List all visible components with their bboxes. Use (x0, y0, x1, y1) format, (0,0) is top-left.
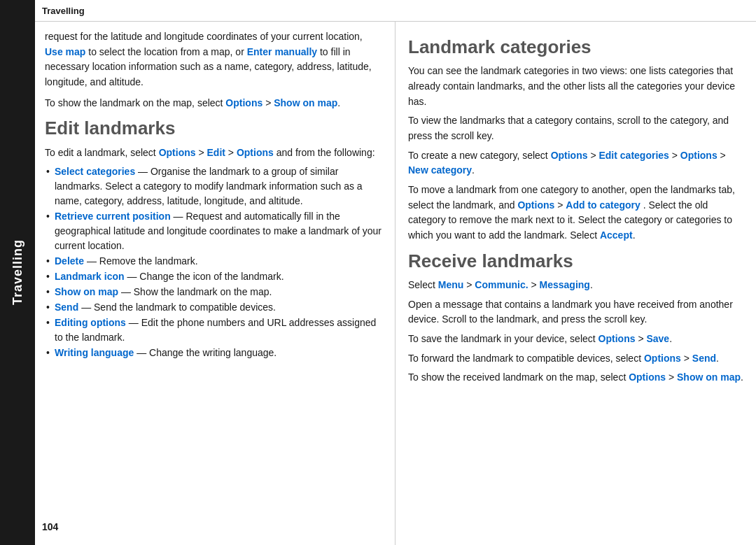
sidebar: Travelling (0, 0, 35, 545)
bullet-editing-options: Editing options — Edit the phone numbers… (45, 316, 382, 345)
bullet-writing-language: Writing language — Change the writing la… (45, 346, 382, 360)
options-link-r6[interactable]: Options (629, 371, 666, 383)
intro-text1: request for the latitude and longitude c… (45, 31, 363, 42)
bullet-link-5[interactable]: Send (55, 302, 78, 313)
bullet-link-2[interactable]: Delete (55, 255, 84, 267)
options-link3[interactable]: Options (237, 147, 274, 158)
edit-bullet-list: Select categories — Organise the landmar… (45, 164, 382, 360)
bullet-delete: Delete — Remove the landmark. (45, 254, 382, 269)
sidebar-label: Travelling (10, 239, 25, 305)
show-on-map-link-left[interactable]: Show on map (274, 97, 337, 108)
bullet-link-0[interactable]: Select categories (55, 166, 135, 177)
landmark-cat-para1: You can see the landmark categories in t… (408, 64, 743, 109)
bullet-link-3[interactable]: Landmark icon (55, 271, 125, 282)
receive-para7: To forward the landmark to compatible de… (408, 351, 743, 367)
para3-pre: To create a new category, select (408, 150, 548, 161)
bullet-link-6[interactable]: Editing options (55, 317, 126, 328)
bullet-show-on-map: Show on map — Show the landmark on the m… (45, 285, 382, 299)
para6-end: . (669, 333, 672, 344)
landmark-cat-para3: To create a new category, select Options… (408, 148, 743, 178)
messaging-link[interactable]: Messaging (540, 279, 590, 290)
para4-end: . (633, 229, 636, 241)
receive-intro-para: Select Menu > Communic. > Messaging. (408, 278, 743, 293)
intro-text2: to select the location from a map, or (88, 46, 244, 57)
receive-para5: Open a message that contains a landmark … (408, 297, 743, 327)
header-title: Travelling (42, 6, 85, 16)
show-on-map-link-right[interactable]: Show on map (677, 371, 741, 383)
send-link[interactable]: Send (692, 353, 716, 364)
left-column: request for the latitude and longitude c… (35, 21, 396, 545)
para7-pre: To forward the landmark to compatible de… (408, 353, 641, 364)
bullet-dash-5: — Send the landmark to compatible device… (81, 302, 276, 313)
receive-para8: To show the received landmark on the map… (408, 370, 743, 385)
options-link-r2[interactable]: Options (680, 150, 718, 161)
bullet-link-1[interactable]: Retrieve current position (55, 211, 171, 222)
page-header: Travelling (42, 6, 756, 16)
bullet-dash-4: — Show the landmark on the map. (121, 286, 272, 297)
para8-end: . (741, 371, 743, 383)
edit-cats-link[interactable]: Edit categories (598, 150, 668, 161)
landmark-cat-para4: To move a landmark from one category to … (408, 183, 743, 243)
intro-paragraph: request for the latitude and longitude c… (45, 29, 382, 90)
bullet-select-categories: Select categories — Organise the landmar… (45, 164, 382, 208)
right-column: Landmark categories You can see the land… (396, 21, 756, 545)
receive-end: . (590, 279, 593, 290)
edit-intro1: To edit a landmark, select (45, 147, 156, 158)
edit-landmarks-heading: Edit landmarks (45, 118, 382, 139)
use-map-link[interactable]: Use map (45, 46, 85, 57)
receive-intro: Select (408, 279, 435, 290)
options-link-r3[interactable]: Options (517, 199, 554, 211)
accept-link[interactable]: Accept (600, 229, 633, 241)
bullet-dash-3: — Change the icon of the landmark. (127, 271, 284, 282)
bullet-link-7[interactable]: Writing language (55, 347, 134, 358)
enter-manually-link[interactable]: Enter manually (247, 46, 317, 57)
bullet-retrieve-position: Retrieve current position — Request and … (45, 209, 382, 253)
save-link[interactable]: Save (646, 333, 669, 344)
landmark-cat-para2: To view the landmarks that a category co… (408, 113, 743, 143)
bullet-dash-2: — Remove the landmark. (87, 255, 198, 267)
new-cat-link[interactable]: New category (408, 164, 472, 176)
para7-end: . (716, 353, 719, 364)
para3-end: . (472, 164, 475, 176)
options-link-r4[interactable]: Options (598, 333, 636, 344)
bullet-send: Send — Send the landmark to compatible d… (45, 300, 382, 315)
bullet-dash-7: — Change the writing language. (136, 347, 276, 358)
bullet-landmark-icon: Landmark icon — Change the icon of the l… (45, 269, 382, 284)
bullet-link-4[interactable]: Show on map (55, 286, 118, 297)
edit-intro2: and from the following: (276, 147, 375, 158)
add-to-cat-link[interactable]: Add to category (566, 199, 640, 211)
edit-intro-para: To edit a landmark, select Options > Edi… (45, 146, 382, 161)
receive-para6: To save the landmark in your device, sel… (408, 332, 743, 347)
gt1: > (265, 97, 271, 108)
options-link2[interactable]: Options (159, 147, 196, 158)
content-area: request for the latitude and longitude c… (35, 21, 756, 545)
para8-pre: To show the received landmark on the map… (408, 371, 626, 383)
show-on-map-text: To show the landmark on the map, select (45, 97, 223, 108)
show-on-map-end: . (337, 97, 340, 108)
show-on-map-para: To show the landmark on the map, select … (45, 96, 382, 111)
para6-pre: To save the landmark in your device, sel… (408, 333, 596, 344)
page-number: 104 (42, 521, 58, 532)
options-link-r1[interactable]: Options (551, 150, 588, 161)
edit-link[interactable]: Edit (207, 147, 225, 158)
menu-link[interactable]: Menu (438, 279, 464, 290)
communic-link[interactable]: Communic. (475, 279, 528, 290)
receive-landmarks-heading: Receive landmarks (408, 250, 743, 272)
options-link-r5[interactable]: Options (644, 353, 681, 364)
options-link1[interactable]: Options (225, 97, 262, 108)
landmark-categories-heading: Landmark categories (408, 36, 743, 58)
